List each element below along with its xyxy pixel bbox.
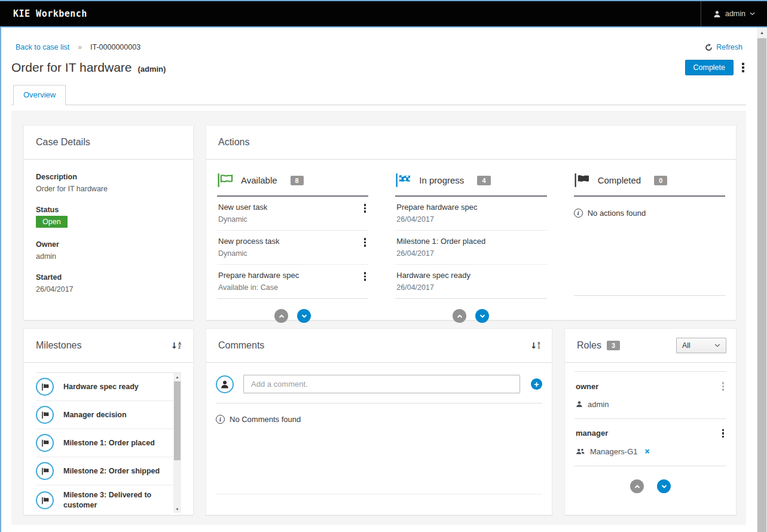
started-value: 26/04/2017 xyxy=(36,285,181,293)
tab-bar: Overview xyxy=(11,85,746,105)
refresh-button[interactable]: Refresh xyxy=(705,43,742,51)
refresh-icon xyxy=(705,44,713,51)
page-scrollbar[interactable]: ▲ xyxy=(757,27,767,532)
page-up-button[interactable] xyxy=(274,309,288,323)
scrollbar-thumb[interactable] xyxy=(757,38,766,532)
completed-list: i No actions found xyxy=(574,197,725,296)
flag-solid-icon xyxy=(574,173,590,188)
page-up-button[interactable] xyxy=(453,309,466,323)
action-title: Prepare hardware spec xyxy=(396,203,545,212)
comment-input[interactable] xyxy=(243,375,520,393)
comments-empty-area xyxy=(216,424,542,494)
list-item: manager Managers-G1 × xyxy=(575,419,726,467)
app-window: KIE Workbench admin Back to case list » … xyxy=(0,0,767,532)
scroll-up-arrow[interactable]: ▲ xyxy=(757,27,767,37)
action-title: Prepare hardware spec xyxy=(218,271,363,280)
actions-panel: Actions Available 8 xyxy=(206,125,737,320)
milestone-label: Milestone 3: Delivered to customer xyxy=(63,490,173,510)
user-name: admin xyxy=(725,10,745,18)
role-kebab-menu[interactable] xyxy=(721,428,726,439)
list-item[interactable]: Prepare hardware spec 26/04/2017 xyxy=(395,197,546,231)
group-icon xyxy=(576,448,585,455)
list-item[interactable]: Milestone 3: Delivered to customer xyxy=(36,485,173,513)
action-title: Hardware spec ready xyxy=(396,271,545,280)
role-kebab-menu[interactable] xyxy=(721,381,726,392)
started-field: Started 26/04/2017 xyxy=(36,273,181,293)
scroll-up-arrow[interactable]: ▲ xyxy=(173,373,181,381)
page-down-button[interactable] xyxy=(297,309,311,323)
action-date: 26/04/2017 xyxy=(396,215,545,224)
chevron-down-icon xyxy=(750,12,755,16)
action-kebab-menu[interactable] xyxy=(363,271,368,282)
list-item[interactable]: Milestone 2: Order shipped xyxy=(36,457,173,485)
list-item[interactable]: Milestone 1: Order placed 26/04/2017 xyxy=(395,231,546,265)
breadcrumb-current: IT-0000000003 xyxy=(90,43,140,51)
started-label: Started xyxy=(36,273,181,282)
page-body: Back to case list » IT-0000000003 Refres… xyxy=(0,26,767,532)
list-item[interactable]: New user task Dynamic xyxy=(217,197,368,231)
action-title: New user task xyxy=(218,203,363,212)
actions-column-available: Available 8 New user task Dynamic xyxy=(217,173,368,323)
actions-column-in-progress: In progress 4 Prepare hardware spec 26/0… xyxy=(395,173,546,323)
case-owner-suffix: (admin) xyxy=(137,65,166,74)
completed-title: Completed xyxy=(598,175,641,185)
in-progress-count-badge: 4 xyxy=(477,176,490,185)
back-to-case-list-link[interactable]: Back to case list xyxy=(16,43,69,51)
list-item[interactable]: Hardware spec ready 26/04/2017 xyxy=(395,265,546,298)
title-actions: Complete xyxy=(685,60,746,75)
remove-assignee-icon[interactable]: × xyxy=(644,447,649,456)
roles-filter-select[interactable]: All xyxy=(676,338,726,353)
status-badge: Open xyxy=(36,216,68,228)
milestones-header: Milestones xyxy=(36,340,81,351)
sort-arrow: ↓ xyxy=(171,341,178,350)
status-label: Status xyxy=(36,206,181,214)
roles-list: owner admin manager xyxy=(575,371,726,466)
roles-header: Roles xyxy=(577,340,601,351)
milestones-list: Hardware spec ready Manager decision Mil… xyxy=(36,372,181,513)
page-down-button[interactable] xyxy=(657,479,671,493)
list-item[interactable]: New process task Dynamic xyxy=(217,231,368,265)
milestone-flag-icon xyxy=(36,434,54,452)
breadcrumb-separator: » xyxy=(78,43,82,51)
add-comment-button[interactable]: + xyxy=(531,378,542,390)
list-item[interactable]: Milestone 1: Order placed xyxy=(36,429,173,457)
action-subtitle: Dynamic xyxy=(218,249,363,258)
scrollbar-thumb[interactable] xyxy=(174,381,181,460)
in-progress-list: Prepare hardware spec 26/04/2017 Milesto… xyxy=(395,197,546,299)
sort-alpha-icon[interactable]: ↓ AZ xyxy=(171,341,181,350)
milestones-panel: Milestones ↓ AZ Hardware spec ready xyxy=(23,328,194,515)
flag-outline-icon xyxy=(217,173,233,188)
no-comments-text: No Comments found xyxy=(230,415,301,424)
sort-letter-z: Z xyxy=(178,346,181,350)
no-actions-text: No actions found xyxy=(588,209,646,218)
case-kebab-menu[interactable] xyxy=(741,62,745,74)
roles-panel: Roles 3 All owner xyxy=(564,328,737,515)
milestones-scrollbar[interactable]: ▲ ▼ xyxy=(173,373,181,513)
tab-overview[interactable]: Overview xyxy=(13,85,66,105)
milestone-flag-icon xyxy=(36,406,54,424)
action-title: Milestone 1: Order placed xyxy=(396,237,545,246)
available-count-badge: 8 xyxy=(291,176,304,185)
list-item[interactable]: Manager decision xyxy=(36,401,173,429)
action-kebab-menu[interactable] xyxy=(363,237,368,248)
list-item[interactable]: Prepare hardware spec Available in: Case xyxy=(217,265,368,298)
list-item[interactable]: Hardware spec ready xyxy=(36,373,173,401)
owner-label: Owner xyxy=(36,240,181,249)
role-assignee-name: Managers-G1 xyxy=(590,447,637,456)
no-actions-message: i No actions found xyxy=(574,197,725,218)
action-kebab-menu[interactable] xyxy=(363,203,368,214)
user-menu[interactable]: admin xyxy=(701,1,767,26)
actions-column-completed: Completed 0 i No actions found xyxy=(574,173,725,323)
action-subtitle: Dynamic xyxy=(218,215,363,224)
page-up-button[interactable] xyxy=(630,479,644,493)
page-down-button[interactable] xyxy=(475,309,489,323)
tab-overview-label: Overview xyxy=(23,90,56,99)
scroll-down-arrow[interactable]: ▼ xyxy=(173,505,181,513)
description-field: Description Order for IT hardware xyxy=(36,173,181,193)
milestone-label: Milestone 1: Order placed xyxy=(63,438,155,448)
milestone-flag-icon xyxy=(36,378,54,396)
complete-button[interactable]: Complete xyxy=(685,60,734,75)
status-field: Status Open xyxy=(36,206,181,228)
role-assignee-name: admin xyxy=(588,400,609,409)
sort-numeric-icon[interactable]: ↓ 91 xyxy=(530,341,540,350)
